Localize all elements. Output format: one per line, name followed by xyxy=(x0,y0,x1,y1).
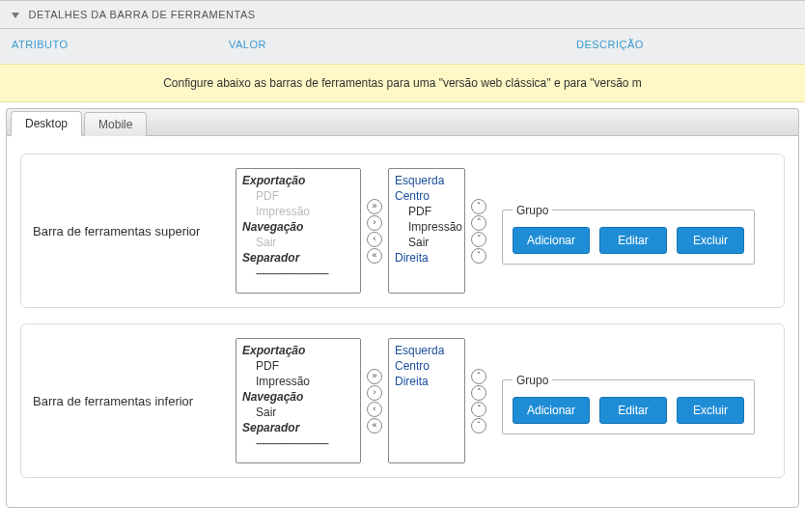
list-section[interactable]: Centro xyxy=(395,358,458,374)
panel-bottom-toolbar: Barra de ferramentas inferior Exportação… xyxy=(20,323,785,478)
move-horizontal-top: » › ‹ « xyxy=(367,199,382,264)
tab-strip: Desktop Mobile xyxy=(6,108,799,135)
add-button[interactable]: Adicionar xyxy=(513,227,590,254)
move-bottom-button[interactable]: ˇ xyxy=(471,418,486,434)
add-button[interactable]: Adicionar xyxy=(513,397,590,424)
collapse-triangle-icon xyxy=(12,13,19,18)
move-top-button[interactable]: ˆ xyxy=(471,369,486,384)
delete-button[interactable]: Excluir xyxy=(677,397,744,424)
panel-label-top: Barra de ferramentas superior xyxy=(33,224,236,238)
move-horizontal-bottom: » › ‹ « xyxy=(367,369,382,434)
list-separator[interactable]: ------------------------- xyxy=(242,435,354,451)
tab-mobile[interactable]: Mobile xyxy=(84,112,147,136)
list-item[interactable]: Impressão xyxy=(242,204,354,219)
move-all-right-button[interactable]: » xyxy=(367,199,382,214)
list-item[interactable]: Sair xyxy=(242,235,354,250)
column-header-description[interactable]: DESCRIÇÃO xyxy=(576,39,793,50)
list-group[interactable]: Exportação xyxy=(242,343,354,358)
list-group[interactable]: Exportação xyxy=(242,173,354,188)
group-fieldset-bottom: Grupo Adicionar Editar Excluir xyxy=(502,374,755,434)
move-up-button[interactable]: ˄ xyxy=(471,385,486,401)
panel-label-bottom: Barra de ferramentas inferior xyxy=(33,394,236,408)
edit-button[interactable]: Editar xyxy=(599,227,667,254)
target-list-bottom[interactable]: Esquerda Centro Direita xyxy=(388,338,465,463)
config-notice: Configure abaixo as barras de ferramenta… xyxy=(0,64,805,102)
move-all-left-button[interactable]: « xyxy=(367,248,382,264)
list-item[interactable]: Impressão xyxy=(242,374,354,389)
move-bottom-button[interactable]: ˇ xyxy=(471,248,486,264)
move-left-button[interactable]: ‹ xyxy=(367,232,382,247)
panel-top-toolbar: Barra de ferramentas superior Exportação… xyxy=(20,154,785,308)
move-all-left-button[interactable]: « xyxy=(367,418,382,434)
source-list-top[interactable]: Exportação PDF Impressão Navegação Sair … xyxy=(236,168,361,294)
column-header-value[interactable]: VALOR xyxy=(229,39,576,50)
list-separator[interactable]: ------------------------- xyxy=(242,266,354,281)
move-down-button[interactable]: ˅ xyxy=(471,232,486,247)
move-top-button[interactable]: ˆ xyxy=(471,199,486,214)
list-item[interactable]: PDF xyxy=(242,188,354,204)
move-all-right-button[interactable]: » xyxy=(367,369,382,384)
group-legend: Grupo xyxy=(513,204,552,217)
list-item[interactable]: Impressão xyxy=(395,219,458,235)
list-group[interactable]: Separador xyxy=(242,420,354,435)
section-header[interactable]: DETALHES DA BARRA DE FERRAMENTAS xyxy=(0,0,805,29)
list-group[interactable]: Navegação xyxy=(242,389,354,405)
edit-button[interactable]: Editar xyxy=(599,397,667,424)
tab-body-desktop: Barra de ferramentas superior Exportação… xyxy=(6,135,799,508)
move-down-button[interactable]: ˅ xyxy=(471,402,486,417)
group-fieldset-top: Grupo Adicionar Editar Excluir xyxy=(502,204,755,265)
section-title: DETALHES DA BARRA DE FERRAMENTAS xyxy=(29,9,256,20)
tab-desktop[interactable]: Desktop xyxy=(11,111,82,136)
list-item[interactable]: PDF xyxy=(395,204,458,219)
list-item[interactable]: Sair xyxy=(242,405,354,420)
list-section[interactable]: Direita xyxy=(395,374,458,389)
list-section[interactable]: Esquerda xyxy=(395,173,458,188)
list-group[interactable]: Separador xyxy=(242,250,354,266)
list-group[interactable]: Navegação xyxy=(242,219,354,235)
move-left-button[interactable]: ‹ xyxy=(367,402,382,417)
delete-button[interactable]: Excluir xyxy=(677,227,744,254)
move-right-button[interactable]: › xyxy=(367,215,382,231)
list-section[interactable]: Esquerda xyxy=(395,343,458,358)
column-header-attribute[interactable]: ATRIBUTO xyxy=(12,39,229,50)
group-legend: Grupo xyxy=(513,374,552,387)
target-list-top[interactable]: Esquerda Centro PDF Impressão Sair Direi… xyxy=(388,168,465,294)
list-section[interactable]: Direita xyxy=(395,250,458,266)
move-vertical-top: ˆ ˄ ˅ ˇ xyxy=(471,199,486,264)
list-item[interactable]: PDF xyxy=(242,358,354,374)
list-section[interactable]: Centro xyxy=(395,188,458,204)
move-right-button[interactable]: › xyxy=(367,385,382,401)
source-list-bottom[interactable]: Exportação PDF Impressão Navegação Sair … xyxy=(236,338,361,463)
move-up-button[interactable]: ˄ xyxy=(471,215,486,231)
list-item[interactable]: Sair xyxy=(395,235,458,250)
move-vertical-bottom: ˆ ˄ ˅ ˇ xyxy=(471,369,486,434)
column-headers: ATRIBUTO VALOR DESCRIÇÃO xyxy=(0,29,805,64)
